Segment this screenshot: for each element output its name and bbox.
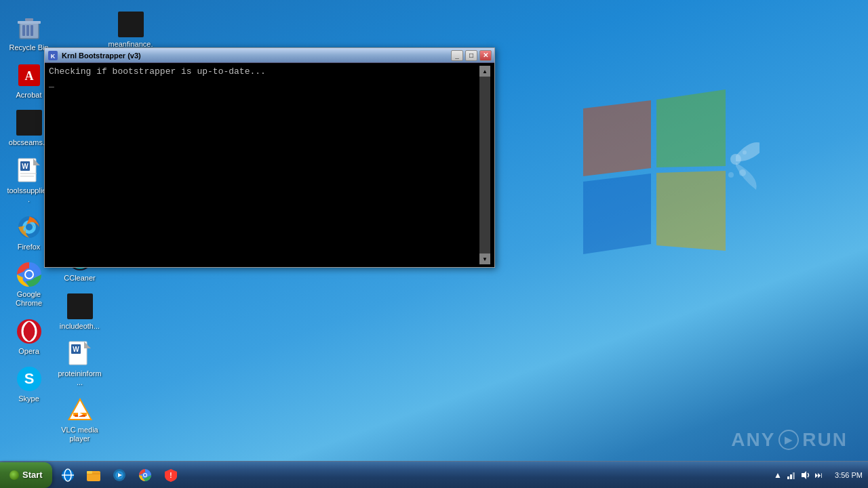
taskbar-chrome-icon[interactable] (133, 464, 157, 487)
obcseams-icon (16, 109, 43, 136)
svg-rect-55 (87, 471, 92, 474)
desktop-icon-includeoth[interactable]: includeoth... (54, 289, 105, 335)
scroll-down-button[interactable]: ▼ (479, 253, 490, 264)
taskbar-ie-icon[interactable] (56, 464, 80, 487)
tray-network-icon[interactable] (786, 470, 797, 481)
desktop-icon-label: VLC media player (57, 426, 102, 443)
svg-text:S: S (24, 370, 34, 387)
console-scrollbar[interactable]: ▲ ▼ (479, 66, 490, 264)
taskbar-icons: ! (52, 464, 413, 487)
svg-marker-37 (84, 342, 91, 348)
desktop-icon-label: includeoth... (60, 322, 100, 331)
desktop-icon-skype[interactable]: S Skype (3, 361, 54, 407)
svg-text:W: W (73, 346, 79, 353)
start-button[interactable]: Start (0, 462, 52, 488)
svg-text:K: K (51, 53, 56, 60)
svg-rect-9 (25, 18, 33, 21)
desktop-icon-label: Firefox (18, 243, 41, 251)
chrome-icon (16, 261, 43, 288)
desktop-icon-label: proteininform... (57, 369, 102, 387)
svg-text:W: W (22, 163, 28, 170)
desktop-icon-label: CCleaner (64, 274, 95, 283)
console-output: Checking if bootstrapper is up-to-date..… (49, 66, 479, 264)
scroll-up-button[interactable]: ▲ (479, 66, 490, 77)
proteininform-icon: W (66, 340, 94, 367)
minimize-button[interactable]: _ (451, 50, 463, 61)
meanfinance-icon (117, 11, 144, 38)
svg-rect-65 (787, 476, 789, 479)
desktop-icon-label: Acrobat (16, 91, 42, 100)
maximize-button[interactable]: □ (465, 50, 477, 61)
desktop-icon-proteininform[interactable]: W proteininform... (54, 336, 105, 391)
svg-marker-68 (802, 471, 806, 479)
start-orb (9, 470, 19, 480)
tray-next-icon[interactable]: ⏭ (813, 470, 824, 481)
svg-rect-6 (26, 25, 29, 36)
console-window: K Krnl Bootstrapper (v3) _ □ ✕ Checking … (44, 47, 495, 268)
close-button[interactable]: ✕ (479, 50, 492, 61)
start-label: Start (22, 470, 43, 480)
skype-icon: S (16, 365, 43, 392)
console-title: Krnl Bootstrapper (v3) (60, 52, 449, 60)
svg-point-20 (26, 224, 33, 230)
console-body: Checking if bootstrapper is up-to-date..… (45, 63, 494, 267)
svg-rect-7 (31, 25, 33, 36)
anyrun-watermark: ANY ▶ RUN (731, 429, 848, 451)
tray-arrow-icon[interactable]: ▲ (772, 470, 783, 481)
svg-point-2 (728, 172, 734, 178)
svg-rect-8 (18, 21, 41, 24)
svg-text:!: ! (170, 472, 172, 479)
desktop-icon-opera[interactable]: Opera (3, 314, 54, 360)
svg-point-24 (26, 271, 33, 278)
toolssupplie-icon: W (16, 157, 43, 184)
svg-rect-67 (793, 472, 795, 479)
svg-text:▶: ▶ (77, 411, 83, 418)
acrobat-icon: A (16, 62, 43, 89)
scroll-track (479, 77, 490, 253)
svg-rect-5 (22, 25, 25, 36)
desktop-icon-vlc[interactable]: ▶ VLC media player (54, 392, 105, 447)
taskbar-explorer-icon[interactable] (81, 464, 106, 487)
opera-icon (16, 318, 43, 345)
clock-time: 3:56 PM (835, 471, 863, 479)
taskbar-media-icon[interactable] (107, 464, 132, 487)
svg-point-63 (144, 474, 146, 476)
svg-point-27 (25, 322, 33, 341)
anyrun-any-text: ANY (731, 429, 775, 451)
tray-volume-icon[interactable] (800, 470, 810, 481)
desktop: Recycle Bin A Acrobat obcseams... (0, 0, 868, 488)
vlc-icon: ▶ (66, 396, 94, 424)
clock[interactable]: 3:56 PM (829, 471, 868, 479)
desktop-icon-label: Recycle Bin (9, 43, 48, 52)
firefox-icon (16, 214, 43, 241)
desktop-icon-label: Skype (18, 394, 39, 403)
krnl-icon: K (47, 50, 58, 61)
console-titlebar: K Krnl Bootstrapper (v3) _ □ ✕ (45, 48, 494, 63)
windows-logo (542, 54, 760, 314)
includeoth-icon (66, 293, 94, 320)
desktop-icon-label: obcseams... (9, 138, 49, 147)
svg-marker-13 (33, 159, 40, 165)
taskbar: Start (0, 461, 868, 488)
svg-rect-66 (790, 474, 792, 479)
anyrun-run-text: RUN (802, 429, 848, 451)
taskbar-defender-icon[interactable]: ! (159, 464, 183, 487)
recycle-bin-icon (16, 14, 43, 41)
svg-text:A: A (24, 69, 33, 83)
desktop-icon-label: Opera (18, 347, 39, 356)
system-tray: ▲ ⏭ (767, 470, 829, 481)
anyrun-play-icon: ▶ (778, 430, 799, 450)
desktop-icon-label: Google Chrome (6, 290, 52, 308)
